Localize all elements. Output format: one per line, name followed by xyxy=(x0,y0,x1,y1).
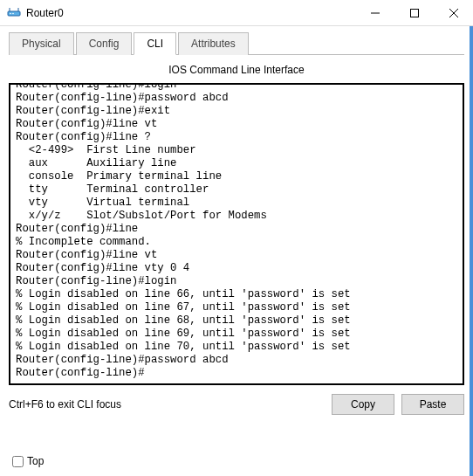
tab-bar: Physical Config CLI Attributes xyxy=(9,31,464,55)
titlebar: Router0 xyxy=(0,0,473,26)
tab-attributes[interactable]: Attributes xyxy=(178,32,249,55)
panel-title: IOS Command Line Interface xyxy=(9,64,464,76)
window-border-right xyxy=(470,26,473,476)
window-title: Router0 xyxy=(26,7,355,19)
tab-config[interactable]: Config xyxy=(76,32,133,55)
focus-hint: Ctrl+F6 to exit CLI focus xyxy=(9,398,325,410)
svg-point-2 xyxy=(12,12,14,14)
top-label: Top xyxy=(27,455,44,467)
svg-point-1 xyxy=(10,12,11,14)
svg-rect-4 xyxy=(410,9,418,17)
paste-button[interactable]: Paste xyxy=(401,394,464,415)
bottom-row: Ctrl+F6 to exit CLI focus Copy Paste xyxy=(9,394,464,415)
terminal-output[interactable]: Router(config)#line aux 0 Router(config-… xyxy=(10,85,463,383)
tab-physical[interactable]: Physical xyxy=(9,32,74,55)
top-checkbox[interactable] xyxy=(12,456,24,467)
copy-button[interactable]: Copy xyxy=(332,394,394,415)
footer: Top xyxy=(12,455,44,467)
window-controls xyxy=(355,0,473,26)
router-icon xyxy=(7,6,21,20)
terminal-container: Router(config)#line aux 0 Router(config-… xyxy=(9,83,464,385)
minimize-button[interactable] xyxy=(355,0,394,26)
close-button[interactable] xyxy=(434,0,473,26)
svg-rect-0 xyxy=(8,11,20,16)
tab-cli[interactable]: CLI xyxy=(134,32,176,55)
content-area: Physical Config CLI Attributes IOS Comma… xyxy=(0,31,473,415)
maximize-button[interactable] xyxy=(394,0,434,26)
